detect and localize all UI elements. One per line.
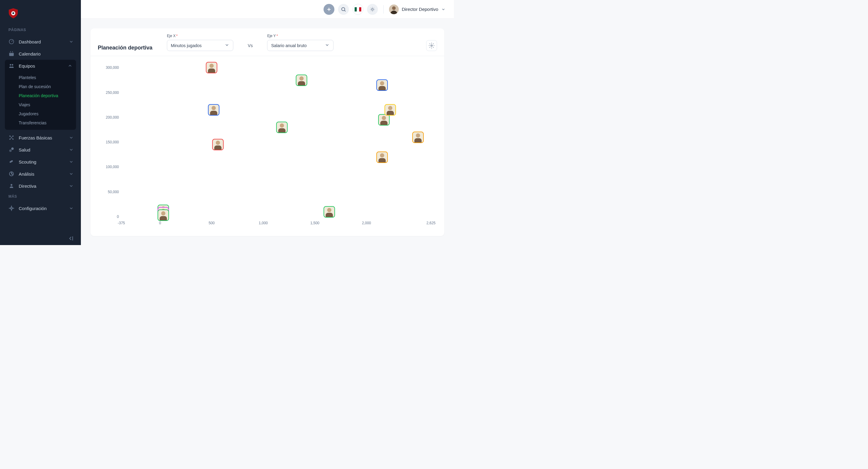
theme-toggle-button[interactable] (367, 4, 378, 15)
svg-rect-14 (9, 160, 13, 163)
collapse-sidebar-button[interactable] (0, 232, 81, 245)
nav-directiva[interactable]: Directiva (0, 180, 81, 192)
topbar: Director Deportivo (81, 0, 454, 19)
sidebar: PÁGINAS Dashboard Calendario Equipos Pla… (0, 0, 81, 245)
nav-label: Análisis (19, 171, 65, 177)
x-tick: 1,500 (310, 221, 319, 225)
player-point[interactable] (376, 80, 388, 91)
chevron-down-icon (69, 135, 74, 140)
svg-point-12 (9, 149, 12, 152)
y-axis-label: Eje Y* (267, 34, 334, 38)
player-point[interactable] (212, 139, 224, 150)
telescope-icon (8, 159, 14, 165)
nav-configuracion[interactable]: Configuración (0, 202, 81, 214)
person-icon (8, 183, 14, 189)
y-axis-value: Salario anual bruto (271, 43, 307, 48)
chevron-down-icon (69, 147, 74, 152)
svg-rect-3 (9, 52, 14, 53)
nav-planteles[interactable]: Planteles (5, 73, 76, 82)
y-tick: 100,000 (98, 165, 119, 169)
svg-point-18 (372, 8, 373, 10)
chevron-down-icon (69, 206, 74, 211)
nav-salud[interactable]: Salud (0, 144, 81, 156)
player-point[interactable] (276, 122, 288, 133)
user-menu[interactable]: Director Deportivo (389, 4, 445, 14)
compass-icon (8, 205, 14, 211)
network-icon (8, 135, 14, 140)
nav-dashboard[interactable]: Dashboard (0, 36, 81, 48)
x-tick: 2,000 (362, 221, 371, 225)
pie-icon (8, 171, 14, 177)
x-axis-value: Minutos jugados (171, 43, 202, 48)
settings-button[interactable] (426, 40, 437, 51)
player-point[interactable] (206, 62, 217, 73)
svg-point-22 (431, 45, 433, 46)
chevron-down-icon (69, 171, 74, 176)
pill-icon (8, 147, 14, 153)
add-button[interactable] (323, 4, 334, 15)
svg-point-13 (11, 148, 13, 150)
nav-plan-sucesion[interactable]: Plan de sucesión (5, 82, 76, 91)
nav-analisis[interactable]: Análisis (0, 168, 81, 180)
users-icon (8, 63, 14, 69)
player-point[interactable] (158, 210, 169, 221)
nav-planeacion-deportiva[interactable]: Planeación deportiva (5, 91, 76, 100)
player-point[interactable] (412, 132, 424, 143)
search-button[interactable] (338, 4, 349, 15)
svg-rect-5 (12, 51, 13, 53)
player-point[interactable] (296, 74, 307, 86)
nav-viajes[interactable]: Viajes (5, 100, 76, 109)
player-point[interactable] (378, 114, 390, 126)
nav-equipos-submenu: Planteles Plan de sucesión Planeación de… (5, 72, 76, 130)
player-point[interactable] (384, 104, 396, 116)
nav-section-paginas: PÁGINAS (0, 25, 81, 36)
scatter-chart[interactable]: 050,000100,000150,000200,000250,000300,0… (98, 60, 437, 229)
x-axis-label: Eje X* (167, 34, 233, 38)
x-tick: 500 (209, 221, 215, 225)
chevron-down-icon (441, 7, 445, 11)
player-point[interactable] (323, 206, 335, 218)
mexico-flag-icon (354, 7, 361, 11)
svg-rect-4 (10, 51, 11, 53)
nav-label: Fuerzas Básicas (19, 135, 65, 140)
nav-label: Equipos (19, 63, 63, 68)
chevron-down-icon (69, 159, 74, 164)
language-button[interactable] (352, 4, 363, 15)
gauge-icon (8, 39, 14, 45)
logo[interactable] (0, 5, 81, 25)
x-axis-select[interactable]: Minutos jugados (167, 40, 233, 51)
x-tick: -375 (118, 221, 125, 225)
user-role: Director Deportivo (402, 7, 438, 12)
nav-transferencias[interactable]: Transferencias (5, 118, 76, 127)
player-point[interactable] (208, 104, 219, 116)
nav-scouting[interactable]: Scouting (0, 156, 81, 168)
chevron-down-icon (69, 184, 74, 188)
y-tick: 300,000 (98, 65, 119, 70)
y-axis-group: Eje Y* Salario anual bruto (267, 34, 334, 51)
svg-point-7 (12, 64, 13, 65)
avatar (389, 4, 399, 14)
player-point[interactable] (376, 152, 388, 163)
nav-label: Directiva (19, 184, 65, 189)
nav-calendario[interactable]: Calendario (0, 48, 81, 60)
nav-label: Scouting (19, 159, 65, 164)
x-tick: 1,000 (259, 221, 268, 225)
chevron-down-icon (224, 42, 229, 48)
svg-point-17 (342, 7, 345, 11)
svg-point-6 (10, 64, 11, 65)
nav-jugadores[interactable]: Jugadores (5, 109, 76, 118)
y-tick: 200,000 (98, 115, 119, 120)
y-tick: 0 (98, 215, 119, 219)
y-tick: 50,000 (98, 190, 119, 194)
svg-point-20 (392, 6, 396, 10)
x-tick: 2,625 (427, 221, 435, 225)
planning-card: Planeación deportiva Eje X* Minutos juga… (91, 28, 444, 236)
nav-label: Dashboard (19, 39, 65, 44)
x-tick: 0 (159, 221, 161, 225)
chevron-down-icon (325, 42, 330, 48)
y-axis-select[interactable]: Salario anual bruto (267, 40, 334, 51)
nav-fuerzas-basicas[interactable]: Fuerzas Básicas (0, 132, 81, 144)
calendar-icon (8, 51, 14, 57)
nav-equipos[interactable]: Equipos (5, 60, 76, 72)
nav-label: Configuración (19, 206, 65, 211)
